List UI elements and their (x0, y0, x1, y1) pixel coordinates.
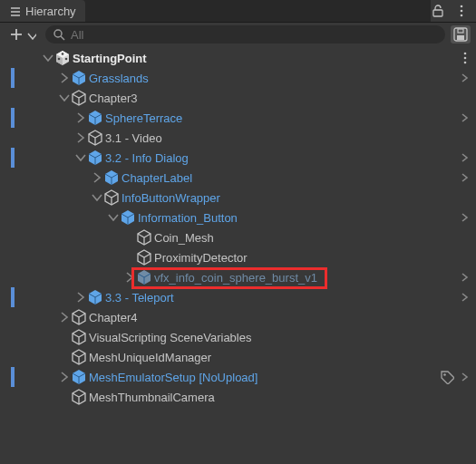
tree-item-informationbutton[interactable]: Information_Button (0, 208, 476, 227)
scene-name: StartingPoint (73, 52, 147, 65)
foldout-arrow-icon[interactable] (74, 131, 87, 144)
prefab-icon (136, 269, 152, 285)
open-prefab-icon[interactable] (458, 271, 471, 284)
save-icon (452, 26, 469, 43)
scene-icon (54, 50, 71, 66)
gameobject-icon (136, 249, 152, 266)
tree-item-label: VisualScripting SceneVariables (89, 331, 251, 344)
open-prefab-icon[interactable] (458, 371, 471, 383)
tree-item-label: ProximityDetector (154, 251, 248, 265)
gameobject-icon (136, 229, 152, 246)
foldout-arrow-icon[interactable] (74, 151, 87, 164)
tab-hierarchy[interactable]: Hierarchy (0, 0, 85, 22)
foldout-arrow-icon[interactable] (123, 271, 136, 284)
tree-item-label: MeshThumbnailCamera (89, 391, 215, 404)
prefab-icon (120, 209, 136, 226)
tree-item-chapterlabel[interactable]: ChapterLabel (0, 168, 476, 188)
caret-down-icon (25, 29, 36, 40)
foldout-arrow-icon[interactable] (58, 311, 71, 324)
tree-item-label: SphereTerrace (105, 111, 182, 125)
tree-item-label: Information_Button (138, 211, 238, 225)
prefab-bar (11, 68, 15, 88)
search-input[interactable] (45, 25, 445, 44)
lock-icon[interactable] (431, 4, 445, 18)
tree-item-vfx[interactable]: vfx_info_coin_sphere_burst_v1 (0, 267, 476, 287)
prefab-bar (11, 367, 15, 387)
scene-root[interactable]: StartingPoint (0, 48, 476, 68)
kebab-menu-icon[interactable] (458, 52, 471, 64)
tree-item-meshthumb[interactable]: MeshThumbnailCamera (0, 387, 476, 407)
tree-item-chapter4[interactable]: Chapter4 (0, 307, 476, 327)
open-prefab-icon[interactable] (458, 171, 471, 184)
create-button[interactable] (5, 25, 40, 44)
tree-item-meshemulator[interactable]: MeshEmulatorSetup [NoUpload] (0, 367, 476, 387)
list-icon (7, 5, 20, 17)
open-prefab-icon[interactable] (458, 151, 471, 164)
prefab-icon (87, 110, 103, 126)
tree-item-label: 3.3 - Teleport (105, 291, 174, 304)
tree-item-label: Coin_Mesh (154, 231, 214, 245)
foldout-arrow-icon[interactable] (58, 72, 71, 84)
tree-item-label: ChapterLabel (121, 171, 192, 185)
open-prefab-icon[interactable] (458, 291, 471, 304)
prefab-bar (11, 287, 15, 307)
tree-item-meshunique[interactable]: MeshUniqueIdManager (0, 347, 476, 367)
tree-item-coinmesh[interactable]: Coin_Mesh (0, 227, 476, 247)
foldout-arrow-icon[interactable] (91, 171, 103, 184)
tree-item-sphereterrace[interactable]: SphereTerrace (0, 108, 476, 128)
gameobject-icon (71, 389, 87, 405)
tree-item-proximity[interactable]: ProximityDetector (0, 247, 476, 267)
tree-item-video[interactable]: 3.1 - Video (0, 128, 476, 148)
open-prefab-icon[interactable] (458, 111, 471, 124)
open-prefab-icon[interactable] (458, 211, 471, 224)
foldout-arrow-icon[interactable] (58, 371, 71, 383)
foldout-arrow-icon[interactable] (91, 191, 103, 204)
tree-item-label: vfx_info_coin_sphere_burst_v1 (154, 271, 317, 285)
tree-item-label: MeshUniqueIdManager (89, 351, 211, 364)
gameobject-icon (71, 349, 87, 365)
search-icon (53, 28, 65, 41)
prefab-icon (103, 169, 120, 186)
tree-item-label: Chapter4 (89, 311, 137, 324)
tree-item-visualscripting[interactable]: VisualScripting SceneVariables (0, 327, 476, 347)
open-prefab-icon[interactable] (458, 72, 471, 84)
tag-icon (440, 370, 454, 384)
tab-label: Hierarchy (25, 5, 76, 18)
tree-item-teleport[interactable]: 3.3 - Teleport (0, 287, 476, 307)
tree-item-label: InfoButtonWrapper (121, 191, 220, 205)
prefab-bar (11, 148, 15, 168)
tree-item-label: Grasslands (89, 72, 149, 85)
plus-icon (9, 27, 24, 42)
gameobject-icon (87, 130, 103, 146)
kebab-menu-icon[interactable] (454, 4, 469, 18)
gameobject-icon (71, 309, 87, 325)
foldout-arrow-icon[interactable] (74, 291, 87, 304)
foldout-arrow-icon[interactable] (58, 92, 71, 104)
foldout-arrow-icon[interactable] (42, 52, 54, 64)
tree-item-grasslands[interactable]: Grasslands (0, 68, 476, 88)
foldout-arrow-icon[interactable] (107, 211, 120, 224)
tree-item-infodialog[interactable]: 3.2 - Info Dialog (0, 148, 476, 168)
foldout-arrow-icon[interactable] (74, 111, 87, 124)
tree-item-chapter3[interactable]: Chapter3 (0, 88, 476, 108)
search-mode-button[interactable] (451, 25, 471, 44)
prefab-bar (11, 108, 15, 128)
tree-item-label: Chapter3 (89, 92, 137, 105)
tree-item-label: MeshEmulatorSetup [NoUpload] (89, 371, 257, 384)
search-field[interactable] (71, 28, 438, 42)
prefab-icon (87, 150, 103, 166)
prefab-icon (71, 70, 87, 86)
tree-item-label: 3.1 - Video (105, 131, 162, 145)
gameobject-icon (71, 329, 87, 345)
gameobject-icon (71, 90, 87, 106)
prefab-icon (71, 369, 87, 385)
prefab-icon (87, 289, 103, 305)
tree-item-infobuttonwrapper[interactable]: InfoButtonWrapper (0, 188, 476, 208)
tree-item-label: 3.2 - Info Dialog (105, 151, 189, 165)
gameobject-icon (103, 189, 120, 206)
